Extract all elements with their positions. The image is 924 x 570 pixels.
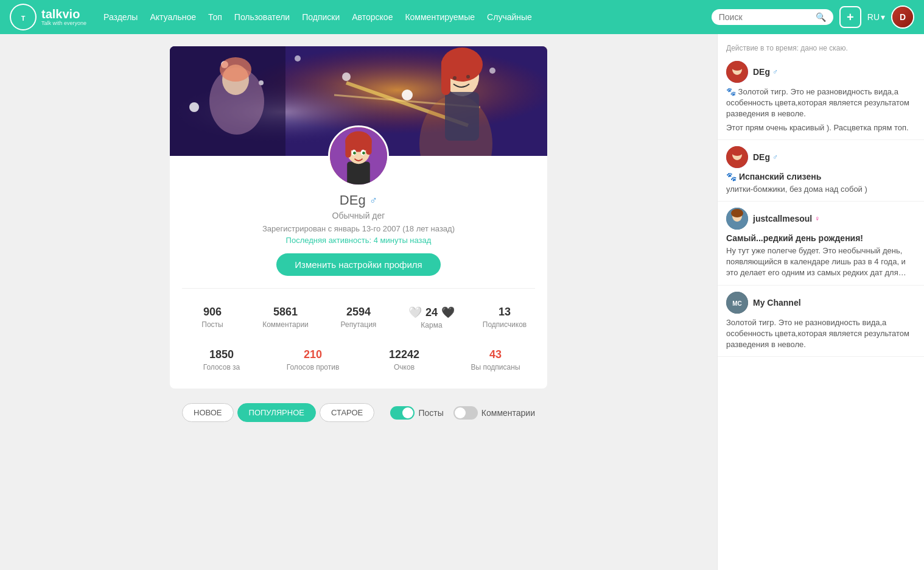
sidebar-user-row-1: DEg ♂ (726, 146, 915, 168)
stat-subscribers-label: Подписчиков (468, 320, 541, 329)
toggle-comments-item: Комментарии (453, 406, 535, 420)
svg-point-33 (353, 152, 356, 155)
stat-reputation: 2594 Репутация (322, 301, 395, 334)
profile-username: DEg ♂ (182, 192, 535, 208)
svg-point-12 (489, 68, 495, 74)
tabs-bar: НОВОЕ ПОПУЛЯРНОЕ СТАРОЕ Посты Комментари… (170, 395, 547, 431)
stat-points-value: 12242 (359, 348, 450, 361)
svg-point-9 (295, 55, 301, 62)
stat-subscribed: 43 Вы подписаны (450, 343, 541, 376)
main-nav: Разделы Актуальное Топ Пользователи Подп… (99, 9, 699, 26)
stat-votes-down-label: Голосов против (267, 363, 359, 371)
page-wrapper: DEg ♂ Обычный дег Зарегистрирован с янва… (0, 34, 924, 570)
toggle-comments-knob (455, 407, 466, 418)
sidebar-post-title-1: 🐾 Испанский слизень (726, 172, 915, 181)
stat-votes-up: 1850 Голосов за (176, 343, 267, 376)
svg-point-11 (402, 90, 413, 100)
sidebar-item-2: justcallmesoul ♀ Самый...редкий день рож… (718, 202, 924, 286)
profile-description: Обычный дег (182, 211, 535, 220)
nav-avtorskoe[interactable]: Авторское (347, 9, 397, 26)
svg-point-37 (731, 62, 743, 71)
tab-old[interactable]: СТАРОЕ (320, 403, 374, 422)
profile-avatar-wrapper (170, 125, 547, 186)
nav-sluchajnye[interactable]: Случайные (482, 9, 537, 26)
sidebar-username-3[interactable]: My Channel (753, 298, 801, 308)
add-button[interactable]: + (839, 6, 861, 28)
heart-filled-icon: 🖤 (441, 306, 455, 319)
stat-votes-down: 210 Голосов против (267, 343, 359, 376)
sidebar-username-2[interactable]: justcallmesoul ♀ (753, 214, 820, 223)
sidebar-item-1: DEg ♂ 🐾 Испанский слизень улитки-бомжики… (718, 140, 924, 202)
nav-aktualnoe[interactable]: Актуальное (145, 9, 201, 26)
sidebar-post-title-3: Золотой тигр. Это не разновидность вида,… (726, 317, 915, 351)
sidebar-avatar-0[interactable] (726, 61, 748, 83)
svg-point-10 (342, 72, 351, 81)
stat-votes-up-label: Голосов за (176, 363, 267, 371)
header-right: 🔍 + RU ▾ D (712, 5, 914, 29)
stat-comments: 5861 Комментарии (249, 301, 322, 334)
header: T talkvio Talk with everyone Разделы Акт… (0, 0, 924, 34)
svg-point-24 (220, 57, 251, 82)
language-button[interactable]: RU ▾ (867, 12, 885, 22)
sidebar-avatar-1[interactable] (726, 146, 748, 168)
sidebar-post-body-1: улитки-бомжики, без дома над собой ) (726, 184, 915, 195)
search-box[interactable]: 🔍 (712, 9, 833, 25)
svg-point-8 (189, 102, 199, 112)
nav-kommentiruemye[interactable]: Комментируемые (400, 9, 480, 26)
sidebar-avatar-2[interactable] (726, 208, 748, 230)
sidebar-username-1[interactable]: DEg ♂ (753, 152, 778, 162)
stat-subscribers-value: 13 (468, 306, 541, 318)
toggle-comments-label: Комментарии (481, 408, 535, 418)
svg-point-34 (362, 152, 365, 155)
nav-polzovateli[interactable]: Пользователи (229, 9, 295, 26)
profile-card: DEg ♂ Обычный дег Зарегистрирован с янва… (170, 46, 547, 389)
right-sidebar: Действие в то время: дано не скаю. DEg ♂… (717, 34, 924, 570)
stat-posts-value: 906 (176, 306, 249, 318)
search-input[interactable] (719, 12, 812, 22)
svg-rect-30 (366, 138, 371, 155)
sidebar-username-0[interactable]: DEg ♂ (753, 67, 778, 77)
stat-votes-up-value: 1850 (176, 348, 267, 361)
stats-grid-1: 906 Посты 5861 Комментарии 2594 Репутаци… (170, 289, 547, 340)
stat-reputation-label: Репутация (322, 320, 395, 329)
nav-podpiski[interactable]: Подписки (297, 9, 345, 26)
stat-subscribed-label: Вы подписаны (450, 363, 541, 371)
stat-subscribed-value: 43 (450, 348, 541, 361)
nav-top[interactable]: Топ (203, 9, 227, 26)
toggle-posts-label: Посты (418, 408, 443, 418)
sidebar-gender-icon-0: ♂ (772, 68, 778, 76)
stat-points-label: Очков (359, 363, 450, 371)
toggle-comments-switch[interactable] (453, 406, 478, 420)
stat-posts-label: Посты (176, 320, 249, 329)
svg-rect-29 (345, 138, 351, 158)
tab-popular[interactable]: ПОПУЛЯРНОЕ (237, 403, 316, 422)
sidebar-avatar-3[interactable]: MC (726, 292, 748, 314)
edit-profile-button[interactable]: Изменить настройки профиля (276, 253, 440, 276)
stat-comments-label: Комментарии (249, 320, 322, 329)
profile-last-activity: Последняя активность: 4 минуты назад (182, 236, 535, 245)
logo-text: talkvio Talk with everyone (41, 7, 86, 27)
stat-posts: 906 Посты (176, 301, 249, 334)
sidebar-post-text2-0: Этот прям очень красивый ). Расцветка пр… (726, 122, 915, 133)
sidebar-item-0: DEg ♂ 🐾 Золотой тигр. Это не разновиднос… (718, 55, 924, 140)
toggle-posts-switch[interactable] (390, 406, 415, 420)
sidebar-user-row-2: justcallmesoul ♀ (726, 208, 915, 230)
profile-registered: Зарегистрирован с январь 13-го 2007 (18 … (182, 224, 535, 233)
sidebar-gender-icon-2: ♀ (814, 214, 820, 223)
tab-new[interactable]: НОВОЕ (182, 403, 234, 422)
svg-rect-26 (347, 161, 370, 185)
svg-text:MC: MC (732, 300, 742, 307)
svg-rect-19 (441, 58, 450, 95)
svg-point-21 (466, 75, 470, 79)
logo[interactable]: T talkvio Talk with everyone (10, 4, 86, 30)
stat-subscribers: 13 Подписчиков (468, 301, 541, 334)
svg-point-43 (731, 209, 743, 217)
heart-outline-icon: 🤍 (408, 306, 422, 319)
user-avatar[interactable]: D (891, 5, 914, 29)
nav-razdely[interactable]: Разделы (99, 9, 142, 26)
avatar-inner: D (892, 7, 913, 27)
sidebar-gender-icon-1: ♂ (772, 153, 778, 161)
svg-text:T: T (21, 15, 26, 22)
sidebar-post-title-2: Самый...редкий день рождения! (726, 233, 915, 243)
stat-votes-down-value: 210 (267, 348, 359, 361)
